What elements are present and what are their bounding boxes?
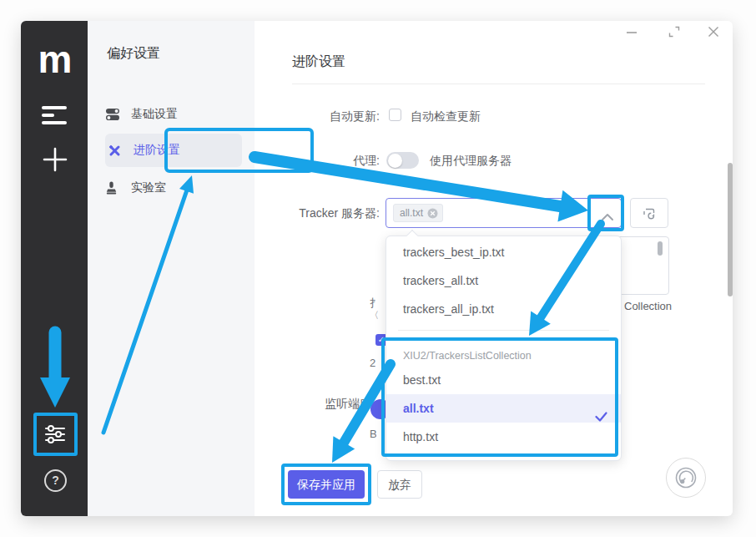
sidebar-item-lab[interactable]: 实验室 <box>105 176 242 200</box>
toggle-knob <box>388 154 402 168</box>
proxy-toggle-label: 使用代理服务器 <box>430 154 512 169</box>
task-list-icon[interactable] <box>42 106 67 124</box>
preferences-title: 偏好设置 <box>107 45 160 63</box>
highlight-box-dropdown-section <box>381 337 618 457</box>
dropdown-divider <box>398 330 609 331</box>
tracker-tag[interactable]: all.txt <box>393 204 443 222</box>
page-title: 进阶设置 <box>292 53 345 71</box>
speedometer-icon <box>673 465 698 490</box>
tracker-label: Tracker 服务器: <box>255 206 380 221</box>
lab-stamp-icon <box>105 181 120 195</box>
auto-update-checkbox[interactable] <box>389 109 401 121</box>
tag-close-icon[interactable] <box>427 208 438 219</box>
textarea-scrollbar[interactable] <box>658 241 663 256</box>
highlight-box-chevron <box>587 195 624 231</box>
sidebar-item-label: 基础设置 <box>131 107 178 122</box>
dropdown-option[interactable]: trackers_all_ip.txt <box>386 295 621 323</box>
screenshot-canvas: m ? 偏好设置 <box>0 0 756 537</box>
proxy-toggle[interactable] <box>386 152 419 169</box>
title-divider <box>292 84 705 84</box>
app-sidebar: m ? <box>21 21 88 516</box>
dropdown-option[interactable]: trackers_best_ip.txt <box>386 238 621 266</box>
maximize-button[interactable] <box>667 24 682 39</box>
motrix-logo: m <box>38 43 71 79</box>
auto-update-label: 自动更新: <box>255 109 380 124</box>
preferences-panel: 偏好设置 基础设置 进阶设置 <box>88 21 255 516</box>
clipped-text-fragment: B <box>370 428 376 440</box>
minimize-button[interactable] <box>624 24 639 39</box>
preferences-sliders-icon[interactable] <box>43 423 67 446</box>
task-list-icon-bar <box>42 114 54 117</box>
sidebar-item-label: 实验室 <box>131 180 166 195</box>
tracker-select-input[interactable]: all.txt <box>386 198 622 228</box>
task-list-icon-bar <box>42 106 67 109</box>
add-task-icon[interactable] <box>42 146 68 173</box>
clipped-text-fragment: 2 <box>370 357 375 369</box>
discard-button[interactable]: 放弃 <box>377 470 422 499</box>
sidebar-item-basic-settings[interactable]: 基础设置 <box>105 103 242 126</box>
tools-icon <box>108 144 123 158</box>
sync-trackers-button[interactable] <box>630 198 668 228</box>
toggles-icon <box>105 108 120 122</box>
app-window: m ? 偏好设置 <box>21 21 733 516</box>
clipped-text-fragment: 〈 <box>370 309 378 322</box>
tracker-tag-label: all.txt <box>400 207 423 219</box>
auto-update-checkbox-label: 自动检查更新 <box>411 109 481 124</box>
proxy-label: 代理: <box>255 154 380 169</box>
close-button[interactable] <box>706 24 721 39</box>
sync-list-icon <box>642 206 657 220</box>
dropdown-option[interactable]: trackers_all.txt <box>386 266 621 295</box>
task-list-icon-bar <box>42 121 67 124</box>
speed-limit-button[interactable] <box>666 458 706 498</box>
listen-port-label: 监听端口 <box>246 397 371 412</box>
help-icon[interactable]: ? <box>44 469 67 492</box>
window-scrollbar[interactable] <box>728 163 733 296</box>
highlight-box-save-button <box>281 464 371 505</box>
clipped-text-collection: Collection <box>624 300 672 312</box>
